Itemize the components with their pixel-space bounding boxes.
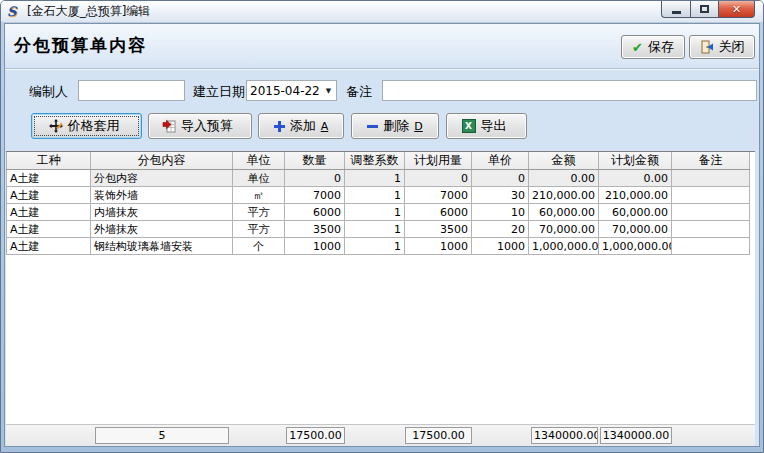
add-row-button[interactable]: 添加 A — [258, 113, 344, 139]
planned-quantity-total: 17500.00 — [405, 427, 472, 444]
column-header-quantity[interactable]: 数量 — [285, 152, 345, 170]
grid-cell[interactable] — [672, 238, 750, 255]
grid-cell[interactable]: 个 — [233, 238, 285, 255]
price-apply-button[interactable]: 价格套用 — [31, 113, 142, 139]
grid-cell[interactable]: 1000 — [472, 238, 529, 255]
date-value: 2015-04-22 — [247, 84, 321, 98]
grid-cell[interactable]: 平方 — [233, 204, 285, 221]
grid-cell[interactable]: 20 — [472, 221, 529, 238]
grid-cell[interactable]: A土建 — [7, 204, 91, 221]
grid-cell[interactable]: 1000 — [405, 238, 472, 255]
grid-cell[interactable]: 30 — [472, 187, 529, 204]
minimize-button[interactable] — [661, 1, 690, 18]
grid-cell[interactable]: 70,000.00 — [599, 221, 672, 238]
grid-cell[interactable]: A土建 — [7, 238, 91, 255]
grid-cell[interactable]: 平方 — [233, 221, 285, 238]
remark-input[interactable] — [382, 80, 757, 101]
grid-cell[interactable]: 0 — [472, 170, 529, 187]
grid-cell[interactable]: 0 — [405, 170, 472, 187]
column-header-unit[interactable]: 单位 — [233, 152, 285, 170]
grid-cell[interactable]: 装饰外墙 — [91, 187, 233, 204]
grid-cell[interactable]: 1 — [345, 204, 405, 221]
grid-cell[interactable]: 1000 — [285, 238, 345, 255]
close-button[interactable]: 关闭 — [689, 35, 755, 59]
grid-cell[interactable]: 1,000,000.00 — [529, 238, 599, 255]
grid-cell[interactable] — [672, 204, 750, 221]
page-title: 分包预算单内容 — [14, 34, 147, 57]
price-apply-label: 价格套用 — [68, 117, 120, 135]
grid-cell[interactable]: A土建 — [7, 187, 91, 204]
delete-row-accel: D — [414, 120, 422, 133]
grid-cell[interactable]: 0.00 — [599, 170, 672, 187]
grid-cell[interactable]: A土建 — [7, 170, 91, 187]
budget-grid-area: 工种 分包内容 单位 数量 调整系数 计划用量 单价 金额 计划金额 备注 A土 — [6, 151, 755, 424]
plus-icon — [274, 121, 285, 132]
grid-cell[interactable] — [672, 170, 750, 187]
grid-cell[interactable]: 分包内容 — [91, 170, 233, 187]
grid-cell[interactable]: 1 — [345, 221, 405, 238]
column-header-amount[interactable]: 金额 — [529, 152, 599, 170]
grid-cell[interactable]: 单位 — [233, 170, 285, 187]
minimize-icon — [672, 11, 681, 14]
header-band: 分包预算单内容 ✔ 保存 关闭 — [5, 24, 759, 69]
column-header-remark[interactable]: 备注 — [672, 152, 750, 170]
add-row-label: 添加 — [290, 117, 316, 135]
grid-cell[interactable] — [672, 221, 750, 238]
date-dropdown[interactable]: 2015-04-22 ▼ — [246, 80, 337, 101]
table-row: A土建 钢结构玻璃幕墙安装 个 1000 1 1000 1000 1,000,0… — [7, 238, 750, 255]
grid-cell[interactable]: 6000 — [405, 204, 472, 221]
grid-cell[interactable]: 7000 — [405, 187, 472, 204]
check-icon: ✔ — [632, 40, 643, 55]
import-budget-icon — [162, 119, 176, 133]
grid-cell[interactable]: 10 — [472, 204, 529, 221]
compiler-label: 编制人 — [29, 83, 68, 101]
toolbar: 价格套用 导入预算 添加 A 删除 D — [5, 113, 759, 141]
add-row-accel: A — [321, 120, 329, 133]
grid-cell[interactable]: 60,000.00 — [529, 204, 599, 221]
grid-cell[interactable]: 60,000.00 — [599, 204, 672, 221]
grid-cell[interactable]: ㎡ — [233, 187, 285, 204]
column-header-worktype[interactable]: 工种 — [7, 152, 91, 170]
row-count-total: 5 — [95, 427, 229, 444]
form-row: 编制人 建立日期 2015-04-22 ▼ 备注 — [5, 80, 759, 102]
grid-cell[interactable]: 0.00 — [529, 170, 599, 187]
import-budget-button[interactable]: 导入预算 — [148, 113, 252, 139]
grid-cell[interactable]: 1 — [345, 238, 405, 255]
amount-total: 1340000.00 — [531, 427, 598, 444]
grid-cell[interactable]: 内墙抹灰 — [91, 204, 233, 221]
title-bar[interactable]: S [金石大厦_总预算]编辑 — [1, 1, 763, 23]
grid-cell[interactable]: A土建 — [7, 221, 91, 238]
delete-row-button[interactable]: 删除 D — [351, 113, 439, 139]
grid-cell[interactable]: 0 — [285, 170, 345, 187]
grid-cell[interactable]: 7000 — [285, 187, 345, 204]
table-row: A土建 分包内容 单位 0 1 0 0 0.00 0.00 — [7, 170, 750, 187]
table-row: A土建 内墙抹灰 平方 6000 1 6000 10 60,000.00 60,… — [7, 204, 750, 221]
grid-cell[interactable] — [672, 187, 750, 204]
grid-cell[interactable]: 1 — [345, 170, 405, 187]
remark-label: 备注 — [346, 83, 372, 101]
grid-cell[interactable]: 210,000.00 — [599, 187, 672, 204]
dialog-panel: 分包预算单内容 ✔ 保存 关闭 编制人 建立日期 2015-04-22 ▼ — [4, 23, 760, 447]
grid-cell[interactable]: 3500 — [285, 221, 345, 238]
grid-cell[interactable]: 70,000.00 — [529, 221, 599, 238]
column-header-planned-amount[interactable]: 计划金额 — [599, 152, 672, 170]
close-window-button[interactable]: ✕ — [719, 1, 755, 18]
save-button[interactable]: ✔ 保存 — [621, 35, 685, 59]
grid-cell[interactable]: 3500 — [405, 221, 472, 238]
window-title: [金石大厦_总预算]编辑 — [27, 3, 150, 20]
column-header-coefficient[interactable]: 调整系数 — [345, 152, 405, 170]
grid-cell[interactable]: 210,000.00 — [529, 187, 599, 204]
maximize-button[interactable] — [690, 1, 719, 18]
delete-row-label: 删除 — [383, 117, 409, 135]
grid-cell[interactable]: 1,000,000.00 — [599, 238, 672, 255]
compiler-input[interactable] — [78, 80, 185, 101]
column-header-planned-usage[interactable]: 计划用量 — [405, 152, 472, 170]
column-header-unit-price[interactable]: 单价 — [472, 152, 529, 170]
grid-cell[interactable]: 6000 — [285, 204, 345, 221]
grid-cell[interactable]: 外墙抹灰 — [91, 221, 233, 238]
table-row: A土建 装饰外墙 ㎡ 7000 1 7000 30 210,000.00 210… — [7, 187, 750, 204]
column-header-content[interactable]: 分包内容 — [91, 152, 233, 170]
export-button[interactable]: X 导出 — [446, 113, 527, 139]
grid-cell[interactable]: 钢结构玻璃幕墙安装 — [91, 238, 233, 255]
grid-cell[interactable]: 1 — [345, 187, 405, 204]
